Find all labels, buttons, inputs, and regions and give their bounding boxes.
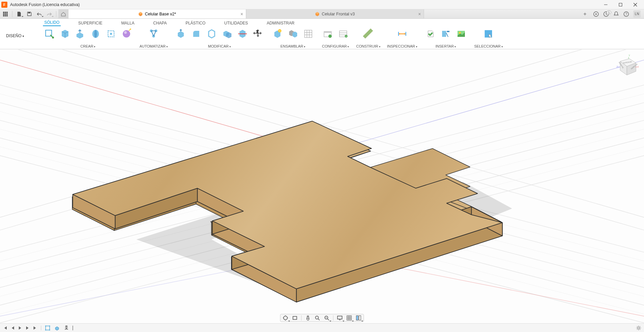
configure-button[interactable] <box>321 27 334 40</box>
look-at-button[interactable] <box>292 315 298 321</box>
view-cube[interactable]: SUPERIOR FRONTAL DERECHA Y X Z <box>612 53 639 80</box>
extrude-button[interactable] <box>74 27 87 40</box>
sweep-button[interactable] <box>105 27 117 40</box>
press-pull-button[interactable] <box>174 27 187 40</box>
svg-rect-50 <box>442 31 446 37</box>
document-tabs: Celular Base v2* × Celular Frontal v3 × <box>68 9 580 18</box>
ribbon-tab-chapa[interactable]: CHAPA <box>152 20 168 26</box>
timeline-feature-appearance[interactable] <box>63 325 69 331</box>
viewport-layouts-button[interactable] <box>356 315 362 321</box>
split-button[interactable] <box>236 27 249 40</box>
navigation-bar <box>280 314 364 322</box>
timeline-back-button[interactable] <box>11 326 15 330</box>
display-settings-button[interactable] <box>337 315 343 321</box>
group-label[interactable]: MODIFICAR <box>208 44 231 49</box>
joint-button[interactable] <box>286 27 299 40</box>
select-button[interactable] <box>482 27 495 40</box>
document-tab-active[interactable]: Celular Base v2* × <box>68 9 246 18</box>
save-button[interactable] <box>26 11 33 17</box>
document-tab-inactive[interactable]: Celular Frontal v3 × <box>246 9 424 18</box>
inspect-button[interactable] <box>396 27 409 40</box>
automate-button[interactable] <box>147 27 160 40</box>
redo-button[interactable] <box>46 11 53 17</box>
svg-rect-98 <box>337 316 342 319</box>
group-label[interactable]: AUTOMATIZAR <box>140 44 168 49</box>
workspace-selector[interactable]: DISEÑO <box>0 27 40 38</box>
svg-rect-34 <box>305 30 312 38</box>
user-avatar[interactable]: LN <box>633 10 641 18</box>
close-tab-icon[interactable]: × <box>418 11 421 17</box>
fillet-button[interactable] <box>190 27 203 40</box>
create-sketch-button[interactable] <box>43 27 56 40</box>
insert-canvas-button[interactable] <box>455 27 468 40</box>
app-title: Autodesk Fusion (Licencia educativa) <box>10 2 80 7</box>
timeline-play-button[interactable] <box>18 326 22 330</box>
create-form-button[interactable] <box>58 27 71 40</box>
undo-button[interactable] <box>36 11 43 17</box>
shell-button[interactable] <box>205 27 218 40</box>
file-menu-button[interactable] <box>16 11 22 17</box>
group-label[interactable]: CREAR <box>80 44 96 49</box>
ribbon-tab-plastico[interactable]: PLÁSTICO <box>184 20 207 26</box>
timeline-feature-extrude[interactable] <box>54 325 60 331</box>
group-label[interactable]: SELECCIONAR <box>474 44 503 49</box>
timeline-feature-sketch[interactable] <box>45 325 51 331</box>
pan-button[interactable] <box>305 315 311 321</box>
timeline-end-button[interactable] <box>33 326 38 330</box>
timeline-marker[interactable] <box>71 325 74 331</box>
as-built-joint-button[interactable] <box>302 27 315 40</box>
ribbon-group-construir: CONSTRUIR <box>353 27 384 49</box>
ribbon-group-insertar: INSERTAR <box>421 27 471 49</box>
ribbon-tab-administrar[interactable]: ADMINISTRAR <box>265 20 296 26</box>
timeline-start-button[interactable] <box>3 326 7 330</box>
group-label[interactable]: INSERTAR <box>435 44 456 49</box>
svg-rect-92 <box>293 317 297 320</box>
ribbon-content: DISEÑO CREAR AUTOMATIZAR <box>0 26 644 49</box>
help-icon[interactable]: ? <box>623 11 629 17</box>
change-parameters-button[interactable]: + <box>337 27 350 40</box>
svg-rect-100 <box>347 316 352 320</box>
group-label[interactable]: ENSAMBLAR <box>280 44 305 49</box>
insert-decal-button[interactable] <box>439 27 452 40</box>
loft-button[interactable] <box>120 27 133 40</box>
revolve-button[interactable] <box>89 27 102 40</box>
data-panel-button[interactable] <box>2 11 9 17</box>
group-label[interactable]: CONFIGURAR <box>322 44 349 49</box>
svg-point-20 <box>52 37 54 39</box>
zoom-window-button[interactable] <box>324 315 330 321</box>
extensions-icon[interactable] <box>593 11 599 17</box>
svg-text:X: X <box>637 66 639 68</box>
svg-rect-51 <box>447 31 449 32</box>
viewport-canvas[interactable]: SUPERIOR FRONTAL DERECHA Y X Z <box>0 50 644 323</box>
svg-point-93 <box>315 316 318 319</box>
timeline-settings-button[interactable] <box>636 325 641 331</box>
new-tab-button[interactable]: + <box>580 9 590 18</box>
close-button[interactable] <box>628 0 643 9</box>
svg-rect-12 <box>6 15 8 16</box>
ribbon-tab-utilidades[interactable]: UTILIDADES <box>223 20 250 26</box>
new-component-button[interactable]: + <box>271 27 284 40</box>
group-label[interactable]: INSPECCIONAR <box>387 44 417 49</box>
ribbon-tab-solido[interactable]: SÓLIDO <box>43 19 61 26</box>
job-status-icon[interactable]: 1 <box>603 11 609 17</box>
ribbon-tab-malla[interactable]: MALLA <box>120 20 136 26</box>
group-label[interactable]: CONSTRUIR <box>356 44 380 49</box>
svg-point-109 <box>49 325 50 326</box>
move-button[interactable] <box>252 27 264 40</box>
construct-button[interactable] <box>362 27 375 40</box>
svg-rect-5 <box>5 12 6 13</box>
minimize-button[interactable] <box>598 0 613 9</box>
ribbon: SÓLIDO SUPERFICIE MALLA CHAPA PLÁSTICO U… <box>0 19 644 49</box>
notifications-icon[interactable] <box>613 11 619 17</box>
ribbon-tab-superficie[interactable]: SUPERFICIE <box>77 20 104 26</box>
insert-derive-button[interactable] <box>424 27 437 40</box>
zoom-button[interactable] <box>314 315 320 321</box>
combine-button[interactable] <box>221 27 233 40</box>
home-tab[interactable] <box>58 9 68 18</box>
orbit-button[interactable] <box>282 315 288 321</box>
maximize-button[interactable] <box>613 0 628 9</box>
svg-rect-7 <box>3 13 4 15</box>
timeline-forward-button[interactable] <box>25 326 30 330</box>
grid-settings-button[interactable] <box>346 315 352 321</box>
close-tab-icon[interactable]: × <box>240 11 243 17</box>
